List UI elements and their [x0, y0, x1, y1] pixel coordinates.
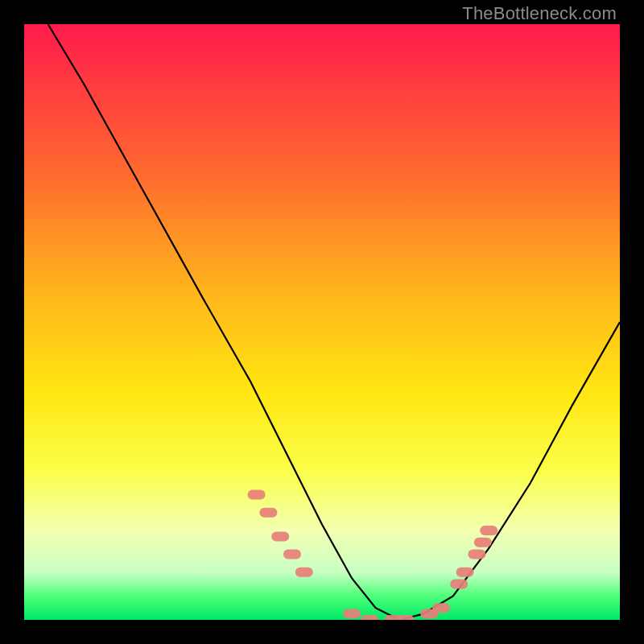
chart-border-frame	[0, 0, 644, 644]
watermark-label: TheBottleneck.com	[462, 3, 617, 24]
